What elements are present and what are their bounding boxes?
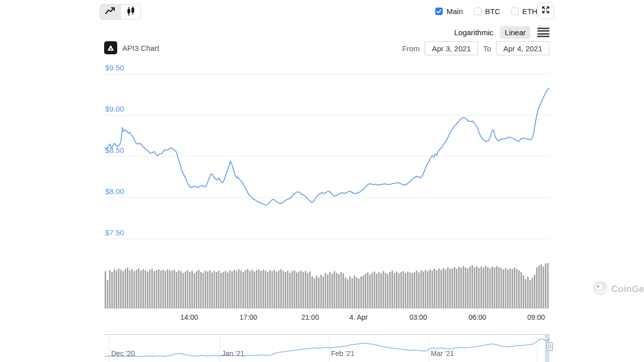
- volume-chart-pane[interactable]: [105, 261, 549, 313]
- x-axis-label: 09:00: [527, 313, 545, 321]
- navigator-month-label: Jan '21: [222, 349, 245, 357]
- x-axis-label: 21:00: [301, 313, 319, 321]
- btc-checkbox-item[interactable]: BTC: [474, 7, 500, 16]
- main-checkbox-item[interactable]: Main: [435, 7, 463, 16]
- to-date-input[interactable]: [496, 41, 549, 55]
- btc-checkbox-label: BTC: [485, 7, 500, 16]
- x-axis-label: 4. Apr: [349, 313, 368, 321]
- x-axis-label: 14:00: [180, 313, 198, 321]
- scale-toggle-row: Logarithmic Linear: [0, 26, 549, 39]
- fullscreen-button[interactable]: [537, 3, 554, 19]
- candlestick-icon: [125, 6, 136, 19]
- volume-plot: [105, 261, 549, 313]
- x-axis-label: 17:00: [239, 313, 257, 321]
- price-chart-pane[interactable]: $9.50$9.00$8.50$8.00$7.50 CoinGecko: [105, 63, 549, 244]
- from-label: From: [402, 44, 420, 53]
- linear-scale-button[interactable]: Linear: [500, 26, 530, 39]
- svg-text:$9.00: $9.00: [105, 105, 124, 113]
- x-axis-label: 06:00: [468, 313, 486, 321]
- svg-text:$7.50: $7.50: [105, 228, 124, 237]
- logarithmic-scale-button[interactable]: Logarithmic: [453, 26, 495, 39]
- navigator-handle[interactable]: [546, 342, 553, 351]
- main-checkbox[interactable]: [435, 8, 443, 15]
- navigator-month-label: Feb '21: [331, 349, 354, 357]
- svg-text:$9.50: $9.50: [105, 63, 124, 72]
- date-range-row: From To: [0, 41, 549, 55]
- hamburger-menu-icon[interactable]: [537, 28, 549, 38]
- chart-page: Main BTC ETH Logarithmic Linear: [0, 0, 644, 362]
- x-axis-labels: 14:0017:0021:004. Apr03:0006:0009:00: [105, 313, 549, 322]
- to-label: To: [483, 44, 491, 53]
- line-chart-type-button[interactable]: [100, 5, 120, 19]
- expand-icon: [541, 5, 550, 17]
- svg-text:$8.00: $8.00: [105, 187, 124, 196]
- main-checkbox-label: Main: [446, 7, 463, 16]
- eth-checkbox-item[interactable]: ETH: [511, 7, 537, 16]
- candlestick-chart-type-button[interactable]: [120, 5, 140, 19]
- line-chart-icon: [105, 6, 116, 19]
- chart-type-toggle: [100, 4, 141, 20]
- navigator-month-label: Dec '20: [111, 349, 135, 357]
- from-date-input[interactable]: [425, 41, 478, 55]
- check-icon: [436, 8, 442, 15]
- coingecko-gecko-icon: [593, 281, 608, 298]
- x-axis-label: 03:00: [410, 313, 427, 321]
- navigator-month-labels: Dec '20Jan '21Feb '21Mar '21: [105, 349, 549, 358]
- coingecko-watermark: CoinGecko: [593, 281, 644, 298]
- price-plot[interactable]: $9.50$9.00$8.50$8.00$7.50: [105, 63, 549, 244]
- navigator-month-label: Mar '21: [431, 349, 454, 357]
- compare-checkbox-row: Main BTC ETH: [435, 7, 537, 16]
- btc-checkbox[interactable]: [474, 8, 481, 15]
- eth-checkbox[interactable]: [511, 8, 519, 15]
- eth-checkbox-label: ETH: [522, 7, 537, 16]
- watermark-text: CoinGecko: [611, 284, 644, 295]
